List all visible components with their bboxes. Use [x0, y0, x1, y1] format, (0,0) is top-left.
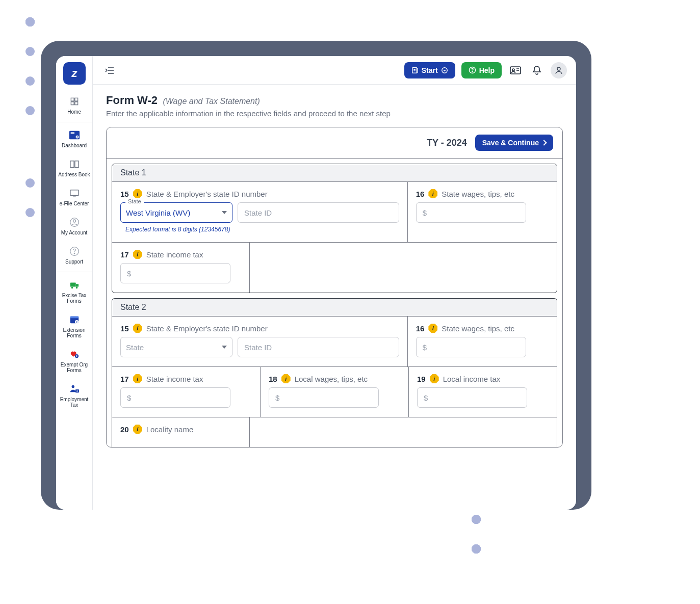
tax-year-label: TY - 2024 — [427, 138, 467, 148]
start-button[interactable]: Start — [404, 62, 455, 78]
save-continue-button[interactable]: Save & Continue — [475, 135, 553, 151]
truck-icon — [69, 279, 80, 291]
sidebar: z Home z Dashboard Address Book — [56, 56, 93, 510]
svg-rect-1 — [74, 98, 77, 101]
sidebar-item-support[interactable]: Support — [56, 241, 92, 270]
form-card: TY - 2024 Save & Continue State 1 15 — [106, 127, 563, 448]
local-wages-input[interactable] — [269, 387, 379, 408]
info-icon[interactable]: i — [430, 374, 439, 383]
monitor-icon — [69, 188, 80, 199]
employment-icon: z — [69, 383, 80, 395]
state-2-section: State 2 15 i State & Employer's state ID… — [112, 298, 557, 447]
sidebar-item-dashboard[interactable]: z Dashboard — [56, 124, 92, 153]
sidebar-item-label: Dashboard — [62, 143, 87, 148]
state-1-section: State 1 15 i State & Employer's state ID… — [112, 164, 557, 293]
state-floating-label: State — [125, 198, 144, 204]
sidebar-item-efile-center[interactable]: e-File Center — [56, 182, 92, 212]
sidebar-item-home[interactable]: Home — [56, 91, 92, 120]
chevron-down-icon — [222, 211, 227, 214]
info-icon[interactable]: i — [133, 189, 142, 198]
field-number: 16 — [416, 324, 425, 333]
sidebar-item-address-book[interactable]: Address Book — [56, 153, 92, 182]
help-button[interactable]: Help — [461, 62, 502, 78]
state-wages-input[interactable] — [416, 202, 526, 223]
field-number: 19 — [417, 375, 426, 383]
question-circle-icon — [469, 66, 476, 74]
page-title: Form W-2 — [106, 94, 158, 107]
state-1-header: State 1 — [112, 164, 557, 182]
sidebar-item-exempt-org[interactable]: z Exempt Org Forms — [56, 344, 92, 378]
sidebar-item-my-account[interactable]: My Account — [56, 212, 92, 241]
svg-rect-3 — [74, 102, 77, 105]
state-income-tax-input[interactable] — [120, 263, 230, 283]
field-label: Locality name — [146, 425, 194, 434]
sidebar-item-label: Exempt Org Forms — [57, 362, 91, 373]
state-select[interactable]: State West Virginia (WV) — [120, 202, 232, 223]
state-id-input[interactable] — [238, 337, 399, 357]
dashboard-icon: z — [69, 129, 80, 141]
page-subtitle: (Wage and Tax Statement) — [163, 97, 260, 106]
sidebar-item-extension-forms[interactable]: z Extension Forms — [56, 309, 92, 344]
info-icon[interactable]: i — [428, 189, 437, 198]
field-label: State wages, tips, etc — [442, 324, 514, 333]
question-circle-icon — [69, 246, 80, 257]
save-continue-label: Save & Continue — [482, 139, 539, 147]
svg-point-15 — [71, 287, 73, 289]
state-selected-value: West Virginia (WV) — [126, 208, 190, 217]
app-window: z Home z Dashboard Address Book — [56, 56, 576, 510]
app-logo: z — [63, 62, 86, 85]
svg-point-23 — [71, 385, 74, 388]
local-income-tax-input[interactable] — [417, 387, 527, 408]
field-number: 18 — [269, 375, 277, 383]
info-icon[interactable]: i — [281, 374, 291, 383]
home-icon — [69, 96, 80, 107]
sidebar-item-label: My Account — [61, 230, 88, 235]
chevron-right-icon — [541, 140, 547, 145]
chevron-down-icon — [222, 346, 227, 349]
field-label: State income tax — [146, 250, 203, 259]
avatar[interactable] — [551, 62, 567, 78]
start-button-label: Start — [422, 66, 438, 74]
svg-rect-13 — [70, 283, 75, 287]
svg-point-10 — [73, 220, 75, 222]
bell-icon[interactable] — [529, 63, 545, 78]
id-card-icon[interactable] — [508, 63, 523, 78]
info-icon[interactable]: i — [133, 324, 142, 333]
svg-rect-0 — [71, 98, 74, 101]
address-book-icon — [69, 159, 80, 170]
svg-point-29 — [472, 71, 473, 72]
svg-point-16 — [75, 287, 77, 289]
form-icon — [411, 67, 419, 74]
field-number: 15 — [120, 324, 129, 333]
sidebar-item-employment-tax[interactable]: z Employment Tax — [56, 378, 92, 413]
sidebar-item-excise-tax[interactable]: Excise Tax Forms — [56, 274, 92, 309]
svg-rect-8 — [70, 190, 78, 196]
field-label: State income tax — [146, 375, 203, 383]
sidebar-item-label: Excise Tax Forms — [57, 293, 91, 304]
svg-rect-18 — [70, 317, 78, 319]
info-icon[interactable]: i — [133, 425, 142, 434]
field-label: State wages, tips, etc — [442, 190, 514, 198]
sidebar-item-label: Employment Tax — [57, 397, 91, 408]
svg-rect-5 — [70, 133, 74, 134]
svg-point-12 — [74, 253, 74, 254]
state-select[interactable]: State — [120, 337, 232, 357]
collapse-sidebar-button[interactable] — [102, 63, 117, 78]
user-circle-icon — [69, 217, 80, 228]
svg-point-27 — [442, 67, 447, 73]
field-label: Local wages, tips, etc — [295, 375, 368, 383]
field-label: State & Employer's state ID number — [146, 190, 268, 198]
state-placeholder: State — [126, 343, 144, 352]
info-icon[interactable]: i — [133, 374, 142, 383]
help-button-label: Help — [479, 66, 495, 74]
info-icon[interactable]: i — [133, 250, 142, 259]
state-id-input[interactable] — [238, 202, 399, 223]
field-number: 17 — [120, 375, 129, 383]
info-icon[interactable]: i — [428, 324, 437, 333]
state-wages-input[interactable] — [416, 337, 526, 357]
state-income-tax-input[interactable] — [120, 387, 230, 408]
topbar: Start Help — [93, 56, 576, 85]
device-frame: z Home z Dashboard Address Book — [41, 41, 591, 510]
sidebar-item-label: Extension Forms — [57, 327, 91, 338]
svg-rect-14 — [75, 284, 78, 286]
